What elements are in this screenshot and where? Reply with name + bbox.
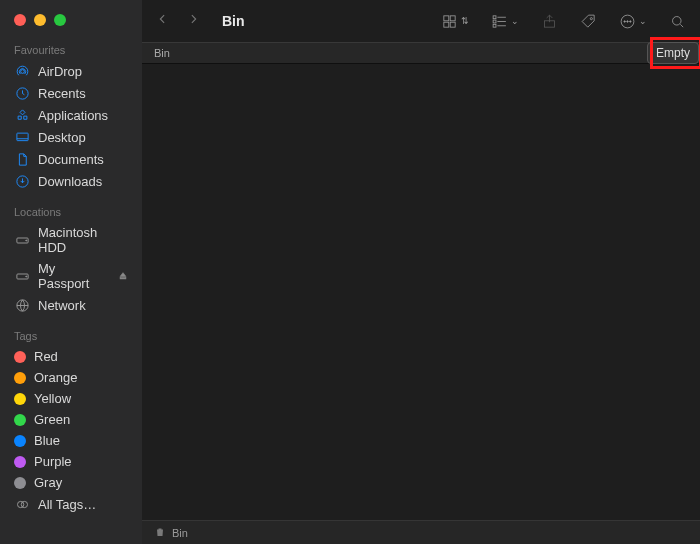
- locations-header: Locations: [0, 202, 142, 222]
- svg-rect-2: [16, 133, 27, 141]
- document-icon: [14, 151, 30, 167]
- zoom-button[interactable]: [54, 14, 66, 26]
- downloads-icon: [14, 173, 30, 189]
- airdrop-icon: [14, 63, 30, 79]
- finder-window: Favourites AirDrop Recents Applications …: [0, 0, 700, 544]
- svg-rect-13: [450, 15, 455, 20]
- updown-icon: ⇅: [461, 16, 469, 26]
- search-icon: [669, 13, 686, 30]
- sidebar-item-label: Documents: [38, 152, 104, 167]
- grid-icon: [441, 13, 458, 30]
- sidebar-item-label: Yellow: [34, 391, 71, 406]
- sidebar-item-label: Macintosh HDD: [38, 225, 128, 255]
- svg-point-23: [627, 20, 628, 21]
- ellipsis-circle-icon: [619, 13, 636, 30]
- tags-header: Tags: [0, 326, 142, 346]
- sidebar-tag-green[interactable]: Green: [0, 409, 142, 430]
- sidebar-item-label: Green: [34, 412, 70, 427]
- sidebar-item-macintosh-hdd[interactable]: Macintosh HDD: [0, 222, 142, 258]
- svg-point-24: [630, 20, 631, 21]
- sidebar-item-airdrop[interactable]: AirDrop: [0, 60, 142, 82]
- group-icon: [491, 13, 508, 30]
- forward-button[interactable]: [187, 11, 200, 31]
- group-button[interactable]: ⌄: [491, 13, 519, 30]
- share-icon: [541, 13, 558, 30]
- tag-icon: [580, 13, 597, 30]
- tag-dot-icon: [14, 351, 26, 363]
- svg-point-0: [20, 69, 24, 73]
- action-menu-button[interactable]: ⌄: [619, 13, 647, 30]
- trash-icon: [154, 526, 166, 540]
- sidebar-tag-red[interactable]: Red: [0, 346, 142, 367]
- sidebar-item-documents[interactable]: Documents: [0, 148, 142, 170]
- search-button[interactable]: [669, 13, 686, 30]
- sidebar-item-desktop[interactable]: Desktop: [0, 126, 142, 148]
- view-options-button[interactable]: ⇅: [441, 13, 469, 30]
- svg-rect-16: [493, 15, 496, 18]
- sidebar-item-network[interactable]: Network: [0, 294, 142, 316]
- sidebar: Favourites AirDrop Recents Applications …: [0, 0, 142, 544]
- sidebar-item-label: Purple: [34, 454, 72, 469]
- tag-dot-icon: [14, 456, 26, 468]
- tag-dot-icon: [14, 393, 26, 405]
- svg-rect-12: [444, 15, 449, 20]
- sidebar-tag-blue[interactable]: Blue: [0, 430, 142, 451]
- column-header[interactable]: Bin: [154, 47, 170, 59]
- desktop-icon: [14, 129, 30, 145]
- main-area: Bin ⇅ ⌄ ⌄: [142, 0, 700, 544]
- sidebar-item-label: My Passport: [38, 261, 110, 291]
- svg-rect-18: [493, 24, 496, 27]
- svg-point-7: [25, 276, 26, 277]
- file-list-area[interactable]: [142, 64, 700, 520]
- sidebar-item-label: Desktop: [38, 130, 86, 145]
- sidebar-item-recents[interactable]: Recents: [0, 82, 142, 104]
- share-button[interactable]: [541, 13, 558, 30]
- svg-point-25: [673, 16, 682, 25]
- sidebar-item-applications[interactable]: Applications: [0, 104, 142, 126]
- back-button[interactable]: [156, 11, 169, 31]
- chevron-down-icon: ⌄: [639, 16, 647, 26]
- path-location[interactable]: Bin: [172, 527, 188, 539]
- empty-bin-button[interactable]: Empty: [647, 42, 699, 64]
- tag-dot-icon: [14, 414, 26, 426]
- window-title: Bin: [222, 13, 245, 29]
- svg-point-22: [624, 20, 625, 21]
- column-header-row: Bin Empty: [142, 42, 700, 64]
- hdd-icon: [14, 232, 30, 248]
- svg-rect-15: [450, 22, 455, 27]
- sidebar-item-label: AirDrop: [38, 64, 82, 79]
- nav-controls: [156, 11, 200, 31]
- sidebar-tag-yellow[interactable]: Yellow: [0, 388, 142, 409]
- minimize-button[interactable]: [34, 14, 46, 26]
- favourites-header: Favourites: [0, 40, 142, 60]
- clock-icon: [14, 85, 30, 101]
- sidebar-item-downloads[interactable]: Downloads: [0, 170, 142, 192]
- svg-rect-17: [493, 20, 496, 23]
- sidebar-item-label: All Tags…: [38, 497, 96, 512]
- toolbar-actions: ⇅ ⌄ ⌄: [441, 13, 686, 30]
- sidebar-item-label: Recents: [38, 86, 86, 101]
- applications-icon: [14, 107, 30, 123]
- empty-bin-label: Empty: [656, 46, 690, 60]
- close-button[interactable]: [14, 14, 26, 26]
- network-icon: [14, 297, 30, 313]
- sidebar-item-my-passport[interactable]: My Passport: [0, 258, 142, 294]
- sidebar-item-label: Applications: [38, 108, 108, 123]
- sidebar-item-label: Gray: [34, 475, 62, 490]
- all-tags-icon: [14, 496, 30, 512]
- svg-point-5: [25, 240, 26, 241]
- sidebar-item-label: Network: [38, 298, 86, 313]
- sidebar-item-label: Red: [34, 349, 58, 364]
- sidebar-tag-purple[interactable]: Purple: [0, 451, 142, 472]
- sidebar-item-label: Blue: [34, 433, 60, 448]
- sidebar-tag-orange[interactable]: Orange: [0, 367, 142, 388]
- sidebar-all-tags[interactable]: All Tags…: [0, 493, 142, 515]
- toolbar: Bin ⇅ ⌄ ⌄: [142, 0, 700, 42]
- eject-icon[interactable]: [118, 269, 128, 284]
- sidebar-item-label: Orange: [34, 370, 77, 385]
- svg-rect-14: [444, 22, 449, 27]
- path-bar: Bin: [142, 520, 700, 544]
- sidebar-tag-gray[interactable]: Gray: [0, 472, 142, 493]
- tags-button[interactable]: [580, 13, 597, 30]
- chevron-down-icon: ⌄: [511, 16, 519, 26]
